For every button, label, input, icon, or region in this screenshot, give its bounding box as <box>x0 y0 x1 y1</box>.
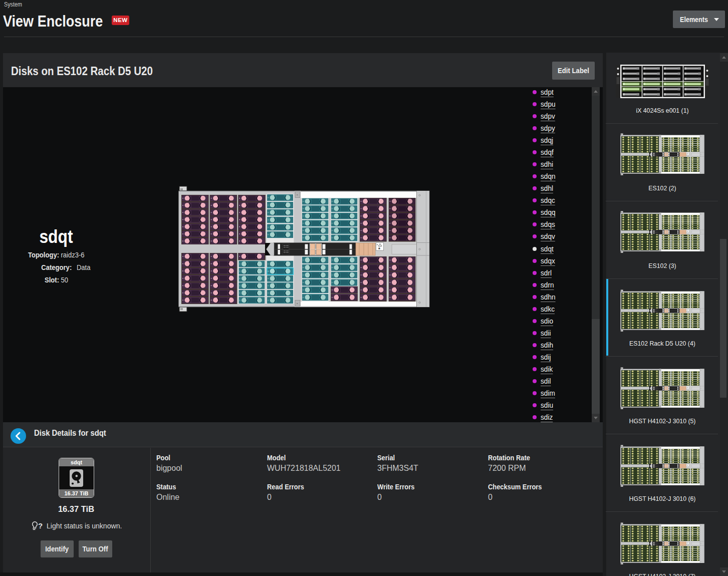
svg-text:×: × <box>297 193 299 196</box>
svg-text:✱: ✱ <box>378 247 381 250</box>
svg-text:×: × <box>297 302 299 305</box>
